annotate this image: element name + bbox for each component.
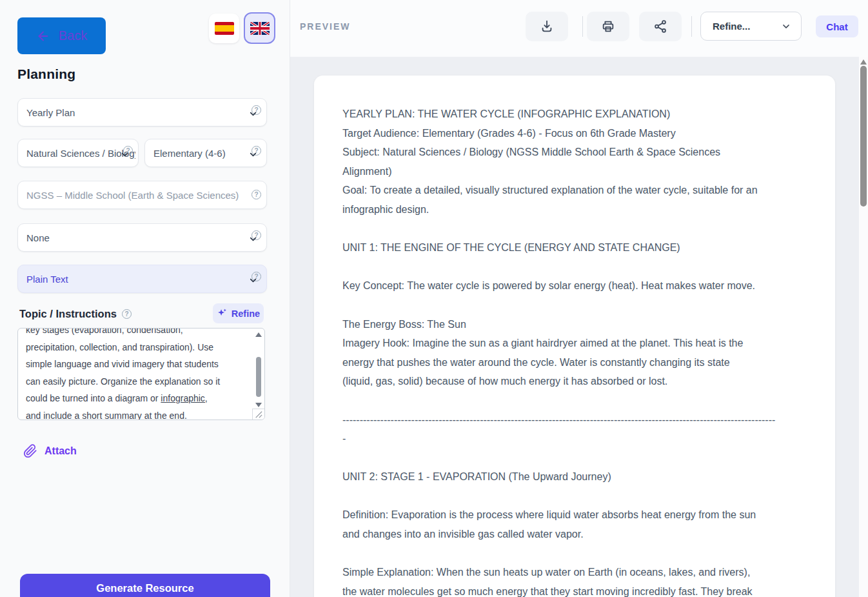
field-template[interactable]: None ? (17, 223, 267, 252)
chevron-down-icon (248, 109, 258, 119)
document-line: the water molecules get so much energy t… (342, 582, 807, 597)
field-subject[interactable]: Natural Sciences / Biology ? (17, 139, 139, 167)
back-button-label: Back (59, 28, 87, 43)
download-icon (540, 19, 554, 34)
field-grade-level[interactable]: Elementary (4-6) ? (144, 139, 267, 167)
field-dropdown-indicator: ? (248, 105, 262, 119)
instructions-text: key stages (evaporation, condensation, p… (26, 328, 240, 420)
field-resource-type-value: Yearly Plan (26, 107, 75, 118)
document-card: YEARLY PLAN: THE WATER CYCLE (INFOGRAPHI… (314, 76, 835, 597)
document-line: UNIT 2: STAGE 1 - EVAPORATION (The Upwar… (342, 467, 807, 487)
chevron-down-icon (248, 234, 258, 244)
document-line: energy that pushes the water around the … (342, 353, 807, 372)
scroll-up-arrow-icon[interactable] (860, 59, 867, 65)
field-grade-level-value: Elementary (4-6) (153, 148, 226, 159)
document-line: Definition: Evaporation is the process w… (342, 505, 807, 525)
refine-button-label: Refine (232, 309, 260, 319)
sparkles-icon (217, 308, 228, 319)
field-output-format-value: Plain Text (26, 274, 68, 285)
field-dropdown-indicator: ? (248, 230, 262, 245)
document-line (342, 296, 807, 315)
field-dropdown-indicator: ? (120, 146, 133, 160)
sidebar: Back Planning Yearly Plan ? Natural Scie… (0, 0, 290, 597)
share-button[interactable] (639, 12, 682, 41)
scroll-down-arrow-icon[interactable] (255, 403, 262, 407)
generate-resource-label: Generate Resource (96, 582, 193, 594)
document-line (342, 487, 807, 506)
resize-grip-icon (255, 410, 262, 418)
toolbar-divider (691, 16, 692, 37)
document-line: Key Concept: The water cycle is powered … (342, 276, 807, 296)
textarea-scrollbar-thumb[interactable] (256, 357, 261, 397)
chevron-down-icon (781, 21, 791, 32)
page-title: Planning (17, 66, 75, 82)
document-line: Alignment) (342, 162, 807, 181)
document-line (342, 449, 807, 468)
instructions-textarea[interactable]: key stages (evaporation, condensation, p… (17, 328, 265, 420)
preview-label: PREVIEW (300, 21, 351, 32)
attach-button[interactable]: Attach (23, 444, 77, 458)
field-dropdown-indicator: ? (248, 272, 262, 286)
paperclip-icon (23, 444, 37, 458)
field-template-value: None (26, 232, 50, 243)
print-icon (601, 19, 615, 34)
document-line: The Energy Boss: The Sun (342, 315, 807, 334)
arrow-left-icon (36, 29, 50, 43)
chat-button-label: Chat (826, 21, 847, 32)
document-line: Simple Explanation: When the sun heats u… (342, 563, 807, 582)
document-line: Goal: To create a detailed, visually str… (342, 181, 807, 200)
help-icon: ? (252, 190, 261, 199)
instructions-text-end: include a short summary at the end. (41, 410, 186, 421)
preview-scrollbar-thumb[interactable] (860, 66, 867, 207)
resize-handle[interactable] (252, 409, 264, 420)
document-line (342, 258, 807, 277)
generate-resource-button[interactable]: Generate Resource (20, 574, 270, 597)
document-line: and changes into an invisible gas called… (342, 525, 807, 544)
chevron-down-icon (120, 150, 130, 159)
preview-toolbar: PREVIEW Refine... Chat (290, 0, 868, 57)
instructions-text-start: key stages (evaporation, condensation, p… (26, 328, 220, 403)
preview-scrollbar[interactable] (859, 57, 868, 597)
refine-dropdown[interactable]: Refine... (700, 12, 802, 41)
spain-flag-icon (215, 22, 234, 35)
field-subject-value: Natural Sciences / Biology (26, 148, 135, 159)
document-line: ----------------------------------------… (342, 410, 807, 430)
back-button[interactable]: Back (17, 17, 106, 54)
spanish-language-button[interactable] (209, 14, 239, 43)
document: YEARLY PLAN: THE WATER CYCLE (INFOGRAPHI… (314, 76, 835, 597)
document-line: Target Audience: Elementary (Grades 4-6)… (342, 124, 807, 143)
download-button[interactable] (526, 12, 568, 41)
toolbar-divider (582, 16, 583, 37)
document-line: Imagery Hook: Imagine the sun as a giant… (342, 334, 807, 353)
document-line (342, 391, 807, 410)
refine-dropdown-value: Refine... (713, 21, 750, 32)
field-resource-type[interactable]: Yearly Plan ? (17, 98, 267, 126)
document-line (342, 544, 807, 563)
document-line: UNIT 1: THE ENGINE OF THE CYCLE (ENERGY … (342, 238, 807, 258)
chevron-down-icon (248, 150, 258, 159)
document-line: Subject: Natural Sciences / Biology (NGS… (342, 143, 807, 162)
field-output-format[interactable]: Plain Text ? (17, 265, 267, 293)
attach-button-label: Attach (44, 445, 77, 457)
field-dropdown-indicator: ? (248, 146, 262, 160)
chat-button[interactable]: Chat (816, 15, 858, 37)
document-line: - (342, 429, 807, 449)
share-icon (653, 19, 667, 34)
field-help-indicator: ? (248, 188, 262, 202)
document-line: infographic design. (342, 200, 807, 219)
language-switcher (209, 12, 275, 44)
document-line: YEARLY PLAN: THE WATER CYCLE (INFOGRAPHI… (342, 105, 807, 124)
english-language-button[interactable] (244, 12, 275, 44)
topic-instructions-text: Topic / Instructions (19, 308, 117, 320)
textarea-scrollbar[interactable] (254, 331, 263, 407)
topic-instructions-row: Topic / Instructions ? Refine (19, 303, 267, 324)
scroll-up-arrow-icon[interactable] (255, 332, 262, 337)
underlined-word: infographic, (161, 393, 207, 403)
document-line: (liquid, gas, solid) because of how much… (342, 372, 807, 391)
topic-instructions-label: Topic / Instructions ? (19, 308, 132, 320)
field-standards[interactable]: NGSS – Middle School (Earth & Space Scie… (17, 181, 267, 209)
help-icon[interactable]: ? (122, 309, 132, 319)
print-button[interactable] (587, 12, 629, 41)
refine-button[interactable]: Refine (213, 303, 264, 323)
document-line (342, 219, 807, 239)
